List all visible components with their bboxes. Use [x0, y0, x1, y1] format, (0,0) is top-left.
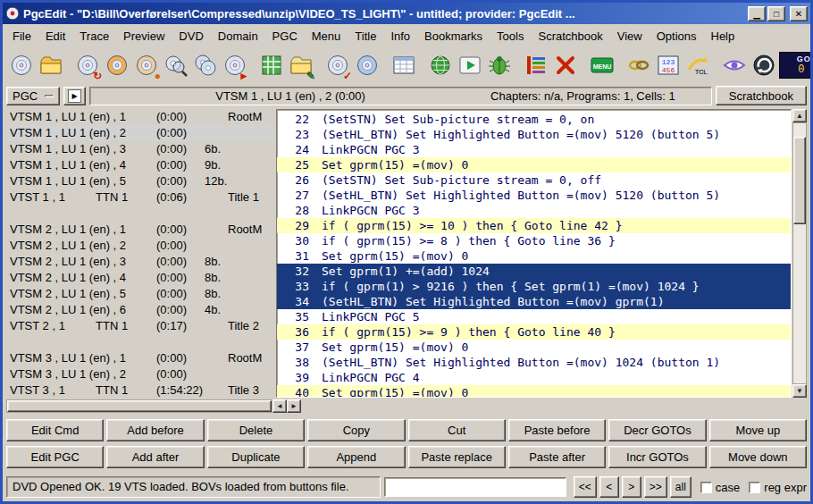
eye-button[interactable] — [720, 52, 748, 80]
command-line[interactable]: 26(SetSTN) Set Sub-picture stream = 0, o… — [277, 172, 791, 188]
command-line[interactable]: 27(SetHL_BTN) Set Highlighted Button =(m… — [277, 188, 791, 203]
command-line[interactable]: 29if ( gprm(15) >= 10 ) then { Goto line… — [277, 218, 791, 233]
open-dvd-button[interactable] — [7, 52, 35, 80]
pgc-list-row[interactable]: VTSM 2 , LU 1 (en) , 5(0:00)8b. — [6, 286, 276, 302]
incr-gotos-button[interactable]: Incr GOTOs — [608, 446, 706, 468]
open-folder-button[interactable] — [37, 52, 64, 80]
command-line[interactable]: 32Set gprm(1) +=(add) 1024 — [277, 264, 791, 279]
scroll-left-button[interactable]: ◄ — [272, 399, 287, 413]
title-bar[interactable]: PgcEdit - "D:\Bill\Overførelser\Compress… — [3, 3, 810, 24]
pgc-list-row[interactable]: VTSM 2 , LU 1 (en) , 1(0:00)RootM — [6, 222, 276, 238]
kill-vts-button[interactable] — [257, 52, 285, 80]
search-input[interactable] — [384, 477, 566, 497]
command-line[interactable]: 30if ( gprm(15) >= 8 ) then { Goto line … — [277, 233, 791, 248]
command-line[interactable]: 28LinkPGCN PGC 3 — [277, 203, 791, 218]
burn-disc-button[interactable]: ● — [132, 52, 160, 80]
search-disc-button[interactable] — [162, 52, 189, 80]
globe-button[interactable] — [426, 52, 454, 80]
pgc-list-row[interactable] — [6, 334, 276, 350]
menu-edit[interactable]: Edit — [38, 27, 72, 46]
menu-info[interactable]: Info — [383, 27, 417, 46]
menu-options[interactable]: Options — [650, 27, 704, 46]
vscroll-track[interactable] — [792, 122, 807, 384]
pgc-list-row[interactable]: VTST 3 , 1TTN 1(1:54:22)Title 3 — [6, 382, 276, 398]
scratchbook-button[interactable]: Scratchbook — [716, 86, 807, 105]
add-before-button[interactable]: Add before — [106, 419, 204, 441]
bug-button[interactable] — [485, 52, 513, 80]
maximize-button[interactable]: □ — [767, 6, 785, 21]
pgc-list-row[interactable]: VTSM 1 , LU 1 (en) , 5(0:00)12b. — [6, 173, 276, 189]
menu-bookmarks[interactable]: Bookmarks — [417, 27, 490, 46]
registers-button[interactable]: 123456 — [654, 52, 682, 80]
pgc-list-row[interactable]: VTSM 1 , LU 1 (en) , 1(0:00)RootM — [6, 109, 276, 125]
vscroll-thumb[interactable] — [793, 137, 806, 225]
menu-pgc[interactable]: PGC — [265, 27, 305, 46]
delete-button[interactable]: Delete — [207, 419, 305, 441]
preview-pgc-button[interactable]: ▶ — [63, 87, 86, 105]
pgc-list-row[interactable]: VTSM 2 , LU 1 (en) , 6(0:00)4b. — [6, 302, 276, 318]
pgc-list-row[interactable] — [6, 206, 276, 222]
command-line[interactable]: 38(SetHL_BTN) Set Highlighted Button =(m… — [277, 355, 791, 370]
video-preview-button[interactable] — [456, 52, 483, 80]
pgc-list-row[interactable]: VTSM 2 , LU 1 (en) , 4(0:00)8b. — [6, 270, 276, 286]
menu-domain[interactable]: Domain — [211, 27, 265, 46]
list-hscrollbar[interactable]: ◄ ► — [6, 399, 301, 413]
command-line[interactable]: 35LinkPGCN PGC 5 — [277, 309, 791, 324]
close-button[interactable]: ✕ — [790, 6, 808, 21]
search-next-button[interactable]: > — [622, 476, 641, 498]
command-line[interactable]: 33if ( gprm(1) > 9216 ) then { Set gprm(… — [277, 279, 791, 294]
menu-dvd[interactable]: DVD — [172, 27, 210, 46]
dvd-disc-button[interactable] — [103, 52, 130, 80]
pgc-list-row[interactable]: VTSM 1 , LU 1 (en) , 4(0:00)9b. — [6, 157, 276, 173]
trace-abort-button[interactable] — [551, 52, 579, 80]
pgc-list-row[interactable]: VTST 2 , 1TTN 1(0:17)Title 2 — [6, 318, 276, 334]
goto-display[interactable]: GOTO 0 06 — [779, 52, 813, 79]
command-line[interactable]: 23(SetHL_BTN) Set Highlighted Button =(m… — [277, 127, 791, 142]
command-list-button[interactable] — [522, 52, 549, 80]
move-down-button[interactable]: Move down — [709, 446, 807, 468]
scroll-right-button[interactable]: ► — [287, 399, 301, 413]
move-up-button[interactable]: Move up — [709, 419, 807, 441]
pgc-list-row[interactable]: VTST 1 , 1TTN 1(0:06)Title 1 — [6, 189, 276, 206]
tcl-console-button[interactable]: TCL — [683, 52, 711, 80]
menu-trace[interactable]: Trace — [72, 27, 116, 46]
pgc-list-row[interactable]: VTSM 1 , LU 1 (en) , 3(0:00)6b. — [6, 141, 276, 157]
scroll-down-button[interactable]: ▼ — [792, 384, 807, 398]
menu-scratchbook[interactable]: Scratchbook — [531, 27, 609, 46]
search-last-button[interactable]: >> — [644, 476, 667, 498]
pgc-list-row[interactable]: VTSM 2 , LU 1 (en) , 3(0:00)8b. — [6, 254, 276, 270]
search-all-button[interactable]: all — [670, 476, 691, 498]
menu-menu[interactable]: Menu — [305, 27, 348, 46]
export-disc-button[interactable]: ► — [221, 52, 248, 80]
hscroll-thumb[interactable] — [7, 400, 272, 412]
pgc-list-row[interactable]: VTSM 3 , LU 1 (en) , 2(0:00) — [6, 366, 276, 382]
menu-preview[interactable]: Preview — [116, 27, 172, 46]
command-line[interactable]: 39LinkPGCN PGC 4 — [277, 370, 791, 385]
hscroll-track[interactable] — [6, 399, 272, 413]
paste-before-button[interactable]: Paste before — [508, 419, 606, 441]
pgc-menu-button[interactable]: PGC — [6, 87, 60, 105]
pgcedit-logo-button[interactable] — [750, 52, 777, 80]
append-button[interactable]: Append — [307, 446, 405, 468]
case-checkbox[interactable]: case — [700, 481, 740, 494]
regexp-checkbox-box[interactable] — [749, 482, 760, 493]
command-line[interactable]: 25Set gprm(15) =(mov) 0 — [277, 157, 791, 172]
check-disc-button[interactable]: ✓ — [323, 52, 351, 80]
command-line[interactable]: 37Set gprm(15) =(mov) 0 — [277, 340, 791, 355]
decr-gotos-button[interactable]: Decr GOTOs — [608, 419, 706, 441]
command-line[interactable]: 22(SetSTN) Set Sub-picture stream = 0, o… — [277, 112, 791, 127]
command-line[interactable]: 24LinkPGCN PGC 3 — [277, 142, 791, 157]
search-first-button[interactable]: << — [574, 476, 597, 498]
copy-button[interactable]: Copy — [307, 419, 405, 441]
command-line[interactable]: 31Set gprm(15) =(mov) 0 — [277, 248, 791, 264]
menu-view[interactable]: View — [610, 27, 650, 46]
scroll-up-button[interactable]: ▲ — [792, 109, 807, 122]
reload-dvd-button[interactable]: ↻ — [73, 52, 101, 80]
stream-table-button[interactable] — [390, 52, 417, 80]
pgc-list-row[interactable]: VTSM 2 , LU 1 (en) , 2(0:00) — [6, 238, 276, 254]
link-button[interactable] — [624, 52, 652, 80]
menu-help[interactable]: Help — [704, 27, 742, 46]
case-checkbox-box[interactable] — [700, 482, 712, 493]
copy-discs-button[interactable] — [191, 52, 219, 80]
menu-button-button[interactable]: MENU — [588, 52, 616, 80]
